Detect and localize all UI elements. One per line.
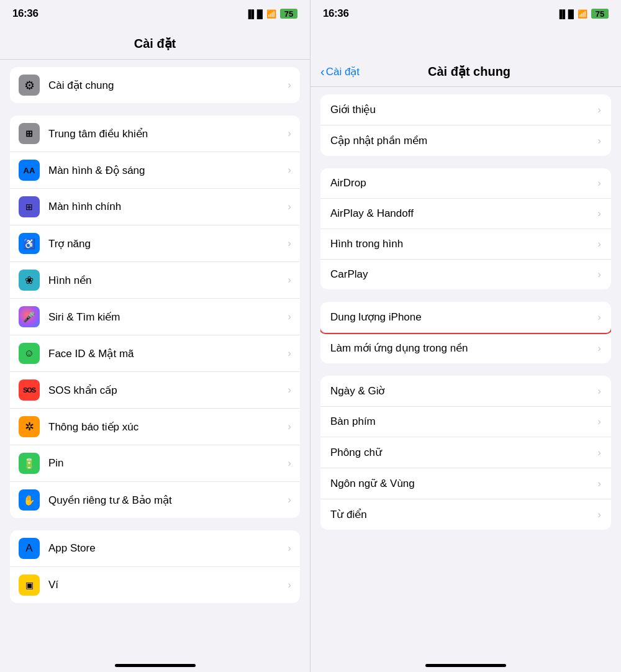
right-item-carplay[interactable]: CarPlay › [320,260,611,289]
cap-nhat-label: Cập nhật phần mềm [330,134,597,147]
right-item-ngay-gio[interactable]: Ngày & Giờ › [320,376,611,407]
chevron-icon: › [288,201,291,213]
right-settings-list: Giới thiệu › Cập nhật phần mềm › AirDrop… [310,87,621,659]
right-status-bar: 16:36 ▐▌█ 📶 75 [310,0,621,27]
back-label: Cài đặt [326,65,360,78]
right-item-dung-luong[interactable]: Dung lượng iPhone › [320,302,611,333]
tu-dien-label: Từ điển [330,508,597,521]
right-item-airplay[interactable]: AirPlay & Handoff › [320,199,611,229]
chevron-icon: › [597,509,601,521]
chevron-icon: › [597,415,601,428]
sidebar-item-trung-tam-dieu-khien[interactable]: ⊞ Trung tâm điều khiển › [10,116,300,152]
home-screen-icon: ⊞ [19,196,40,217]
sidebar-item-hinh-nen[interactable]: ❀ Hình nền › [10,262,300,299]
back-button[interactable]: ‹ Cài đặt [320,65,360,79]
right-status-icons: ▐▌█ 📶 75 [556,9,609,19]
right-item-tu-dien[interactable]: Từ điển › [320,499,611,530]
right-signal-icon: ▐▌█ [556,9,574,19]
left-scroll-indicator [115,664,196,667]
chevron-icon: › [597,207,601,220]
carplay-label: CarPlay [330,268,597,281]
left-nav-title: Cài đặt [134,36,176,51]
airdrop-label: AirDrop [330,177,597,189]
gioi-thieu-label: Giới thiệu [330,103,597,116]
back-chevron-icon: ‹ [320,65,325,79]
chevron-icon: › [288,164,291,176]
right-item-ngon-ngu[interactable]: Ngôn ngữ & Vùng › [320,468,611,499]
chevron-icon: › [288,420,291,433]
chevron-icon: › [597,311,601,324]
wallpaper-icon: ❀ [19,270,40,291]
signal-icon: ▐▌█ [245,9,263,19]
right-item-ban-phim[interactable]: Bàn phím › [320,407,611,437]
app-store-icon: A [19,538,40,559]
left-settings-list: ⚙ Cài đặt chung › ⊞ Trung tâm điều khiển… [0,60,310,659]
left-section-2: ⊞ Trung tâm điều khiển › AA Màn hình & Đ… [10,116,300,518]
chevron-icon: › [288,79,291,91]
chevron-icon: › [288,457,291,470]
gear-icon: ⚙ [19,75,40,96]
chevron-icon: › [288,127,291,140]
wifi-icon: 📶 [266,9,276,19]
right-section-1: Giới thiệu › Cập nhật phần mềm › [320,94,611,156]
ngon-ngu-label: Ngôn ngữ & Vùng [330,477,597,490]
hinh-trong-hinh-label: Hình trong hình [330,238,597,250]
sos-icon: SOS [19,379,40,401]
chevron-icon: › [597,342,601,355]
man-hinh-chinh-label: Màn hình chính [48,201,284,213]
right-phone-panel: 16:36 ▐▌█ 📶 75 ‹ Cài đặt Cài đặt chung G… [310,0,621,672]
sidebar-item-pin[interactable]: 🔋 Pin › [10,445,300,482]
lam-moi-label: Làm mới ứng dụng trong nền [330,342,597,355]
left-nav-bar: Cài đặt [0,27,310,60]
left-section-3: A App Store › ▣ Ví › [10,530,300,603]
sidebar-item-contact-tracing[interactable]: ✲ Thông báo tiếp xúc › [10,409,300,445]
sidebar-item-app-store[interactable]: A App Store › [10,530,300,567]
sidebar-item-face-id[interactable]: ☺ Face ID & Mật mã › [10,335,300,372]
sidebar-item-siri[interactable]: 🎤 Siri & Tìm kiếm › [10,299,300,335]
sidebar-item-privacy[interactable]: ✋ Quyền riêng tư & Bảo mật › [10,482,300,518]
sidebar-item-tro-nang[interactable]: ♿ Trợ năng › [10,225,300,262]
sos-label: SOS khẩn cấp [48,384,284,397]
right-item-phong-chu[interactable]: Phông chữ › [320,437,611,468]
control-center-icon: ⊞ [19,123,40,144]
thong-bao-label: Thông báo tiếp xúc [48,420,284,434]
tro-nang-label: Trợ năng [48,237,284,250]
left-status-bar: 16:36 ▐▌█ 📶 75 [0,0,310,27]
right-item-gioi-thieu[interactable]: Giới thiệu › [320,94,611,125]
right-item-airdrop[interactable]: AirDrop › [320,168,611,199]
right-battery-icon: 75 [591,9,609,19]
chevron-icon: › [288,274,291,286]
sidebar-item-man-hinh-chinh[interactable]: ⊞ Màn hình chính › [10,189,300,225]
chevron-icon: › [288,384,291,396]
faceid-icon: ☺ [19,343,40,364]
sidebar-item-cai-dat-chung[interactable]: ⚙ Cài đặt chung › [10,67,300,103]
wallet-icon: ▣ [19,574,40,596]
left-section-1: ⚙ Cài đặt chung › [10,67,300,103]
sidebar-item-sos[interactable]: SOS SOS khẩn cấp › [10,372,300,409]
privacy-label: Quyền riêng tư & Bảo mật [48,494,284,507]
right-nav-bar: ‹ Cài đặt Cài đặt chung [310,27,621,87]
left-status-icons: ▐▌█ 📶 75 [245,9,297,19]
right-item-hinh-trong-hinh[interactable]: Hình trong hình › [320,229,611,260]
right-item-lam-moi[interactable]: Làm mới ứng dụng trong nền › [320,333,611,363]
left-status-time: 16:36 [12,7,38,20]
sidebar-item-vi[interactable]: ▣ Ví › [10,567,300,603]
cai-dat-chung-label: Cài đặt chung [48,79,284,92]
chevron-icon: › [288,579,291,591]
siri-icon: 🎤 [19,306,40,327]
chevron-icon: › [597,104,601,116]
right-item-cap-nhat[interactable]: Cập nhật phần mềm › [320,125,611,156]
dung-luong-label: Dung lượng iPhone [330,311,597,324]
phong-chu-label: Phông chữ [330,446,597,459]
right-wifi-icon: 📶 [578,9,587,19]
siri-label: Siri & Tìm kiếm [48,311,284,324]
battery-icon: 75 [280,9,297,19]
app-store-label: App Store [48,542,284,555]
man-hinh-do-sang-label: Màn hình & Độ sáng [48,164,284,177]
ngay-gio-label: Ngày & Giờ [330,384,597,397]
pin-label: Pin [48,457,284,470]
trung-tam-label: Trung tâm điều khiển [48,127,284,140]
chevron-icon: › [597,478,601,490]
sidebar-item-man-hinh-do-sang[interactable]: AA Màn hình & Độ sáng › [10,152,300,189]
left-phone-panel: 16:36 ▐▌█ 📶 75 Cài đặt ⚙ Cài đặt chung ›… [0,0,310,672]
